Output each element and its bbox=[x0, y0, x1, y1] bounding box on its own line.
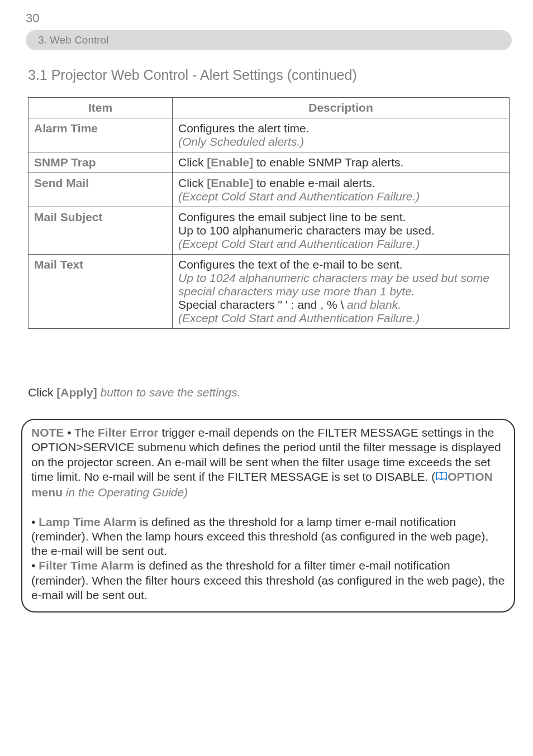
apply-instruction: Click [Apply] button to save the setting… bbox=[28, 385, 510, 400]
row-label: SNMP Trap bbox=[28, 152, 173, 173]
desc-post: to enable SNMP Trap alerts. bbox=[253, 156, 403, 169]
desc-note: (Only Scheduled alerts.) bbox=[178, 135, 304, 148]
desc-line1: Configures the email subject line to be … bbox=[178, 210, 406, 223]
desc-line2: Up to 100 alphanumeric characters may be… bbox=[178, 224, 435, 237]
note-box: NOTE • The Filter Error trigger e-mail d… bbox=[21, 419, 515, 613]
chapter-header-text: 3. Web Control bbox=[38, 34, 108, 46]
desc-line2-post: and blank. bbox=[344, 298, 401, 311]
chapter-header-bar: 3. Web Control bbox=[26, 30, 512, 50]
col-header-desc: Description bbox=[173, 98, 510, 118]
row-label: Send Mail bbox=[28, 173, 173, 207]
bullet1-ref-post: in the Operating Guide) bbox=[63, 486, 188, 499]
desc-post: to enable e-mail alerts. bbox=[253, 176, 375, 189]
table-row: SNMP Trap Click [Enable] to enable SNMP … bbox=[28, 152, 510, 173]
alert-settings-table: Item Description Alarm Time Configures t… bbox=[28, 97, 510, 329]
desc-bold: [Enable] bbox=[207, 156, 253, 169]
text-pre: Click bbox=[28, 386, 56, 399]
desc-note: (Except Cold Start and Authentication Fa… bbox=[178, 237, 420, 250]
row-label: Mail Subject bbox=[28, 207, 173, 255]
row-desc: Click [Enable] to enable e-mail alerts. … bbox=[173, 173, 510, 207]
section-title: 3.1 Projector Web Control - Alert Settin… bbox=[28, 67, 357, 83]
text-bold: [Apply] bbox=[56, 386, 97, 399]
text-post: button to save the settings. bbox=[97, 386, 241, 399]
book-icon bbox=[435, 471, 448, 485]
desc-pre: Click bbox=[178, 176, 207, 189]
bullet1-pre: • The bbox=[64, 426, 98, 439]
desc-pre: Click bbox=[178, 156, 207, 169]
row-label: Alarm Time bbox=[28, 118, 173, 152]
row-label: Mail Text bbox=[28, 255, 173, 329]
col-header-item: Item bbox=[28, 98, 173, 118]
table-row: Mail Text Configures the text of the e-m… bbox=[28, 255, 510, 329]
row-desc: Configures the alert time. (Only Schedul… bbox=[173, 118, 510, 152]
table-row: Alarm Time Configures the alert time. (O… bbox=[28, 118, 510, 152]
row-desc: Configures the email subject line to be … bbox=[173, 207, 510, 255]
desc-text: Configures the alert time. bbox=[178, 122, 310, 135]
desc-note1: Up to 1024 alphanumeric characters may b… bbox=[178, 271, 489, 284]
bullet3-bold: Filter Time Alarm bbox=[39, 559, 134, 572]
row-desc: Click [Enable] to enable SNMP Trap alert… bbox=[173, 152, 510, 173]
desc-note3: (Except Cold Start and Authentication Fa… bbox=[178, 312, 420, 324]
row-desc: Configures the text of the e-mail to be … bbox=[173, 255, 510, 329]
desc-note2: special characters may use more than 1 b… bbox=[178, 285, 415, 298]
table-row: Mail Subject Configures the email subjec… bbox=[28, 207, 510, 255]
desc-note: (Except Cold Start and Authentication Fa… bbox=[178, 190, 420, 203]
page-number: 30 bbox=[26, 11, 39, 26]
desc-line2-chars: " ' : and , % \ bbox=[278, 298, 344, 311]
table-header-row: Item Description bbox=[28, 98, 510, 118]
desc-line1: Configures the text of the e-mail to be … bbox=[178, 258, 403, 271]
note-heading: NOTE bbox=[31, 426, 64, 439]
bullet2-bold: Lamp Time Alarm bbox=[39, 515, 136, 528]
desc-line2-pre: Special characters bbox=[178, 298, 278, 311]
table-row: Send Mail Click [Enable] to enable e-mai… bbox=[28, 173, 510, 207]
desc-bold: [Enable] bbox=[207, 176, 253, 189]
bullet1-bold: Filter Error bbox=[98, 426, 159, 439]
